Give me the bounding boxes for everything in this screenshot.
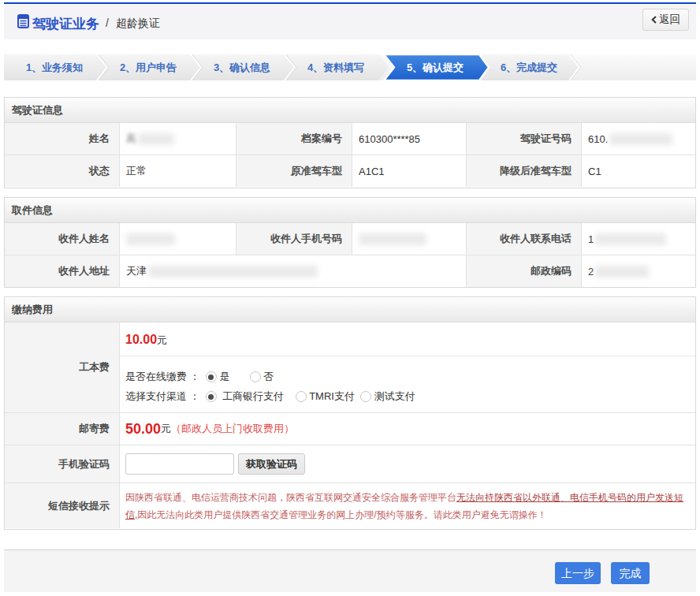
svg-text:5、确认提交: 5、确认提交: [407, 61, 464, 73]
svg-text:6、完成提交: 6、完成提交: [501, 61, 557, 73]
svg-text:1、业务须知: 1、业务须知: [26, 61, 83, 73]
svg-text:2、用户申告: 2、用户申告: [120, 61, 177, 73]
svg-text:3、确认信息: 3、确认信息: [214, 61, 270, 73]
svg-text:4、资料填写: 4、资料填写: [307, 61, 364, 73]
